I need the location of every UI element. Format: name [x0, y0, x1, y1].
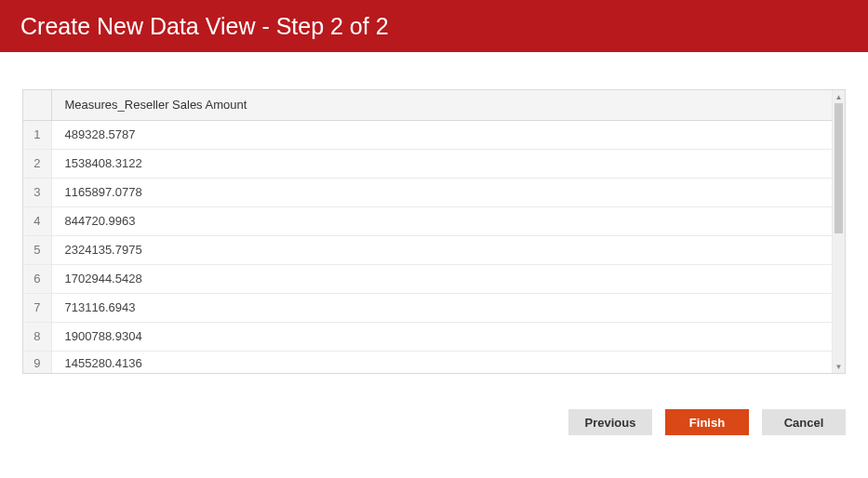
row-number: 6: [23, 264, 51, 293]
cell-value[interactable]: 1900788.9304: [51, 322, 832, 351]
table-row[interactable]: 5 2324135.7975: [23, 235, 832, 264]
cancel-button[interactable]: Cancel: [762, 409, 846, 435]
wizard-header: Create New Data View - Step 2 of 2: [0, 0, 868, 52]
scroll-up-arrow-icon[interactable]: ▲: [833, 90, 845, 103]
cell-value[interactable]: 1165897.0778: [51, 178, 832, 206]
grid-scroll-area: Measures_Reseller Sales Amount 1 489328.…: [23, 90, 832, 373]
cell-value[interactable]: 489328.5787: [51, 120, 832, 149]
data-table: Measures_Reseller Sales Amount 1 489328.…: [23, 90, 832, 373]
wizard-content: Measures_Reseller Sales Amount 1 489328.…: [0, 52, 868, 374]
table-header-row: Measures_Reseller Sales Amount: [23, 90, 832, 120]
table-row[interactable]: 7 713116.6943: [23, 293, 832, 322]
row-number: 3: [23, 178, 51, 206]
table-row[interactable]: 1 489328.5787: [23, 120, 832, 149]
previous-button[interactable]: Previous: [568, 409, 652, 435]
table-row[interactable]: 3 1165897.0778: [23, 178, 832, 206]
cell-value[interactable]: 844720.9963: [51, 206, 832, 235]
scrollbar-thumb[interactable]: [835, 103, 843, 233]
table-row[interactable]: 9 1455280.4136: [23, 351, 832, 373]
row-number: 9: [23, 351, 51, 373]
row-number: 1: [23, 120, 51, 149]
row-number: 4: [23, 206, 51, 235]
scrollbar-track[interactable]: [833, 103, 845, 360]
cell-value[interactable]: 1538408.3122: [51, 149, 832, 178]
table-row[interactable]: 6 1702944.5428: [23, 264, 832, 293]
table-row[interactable]: 8 1900788.9304: [23, 322, 832, 351]
finish-button[interactable]: Finish: [665, 409, 749, 435]
row-number: 5: [23, 235, 51, 264]
wizard-title: Create New Data View - Step 2 of 2: [20, 13, 389, 40]
scroll-down-arrow-icon[interactable]: ▼: [833, 360, 845, 373]
table-row[interactable]: 4 844720.9963: [23, 206, 832, 235]
row-number: 2: [23, 149, 51, 178]
table-row[interactable]: 2 1538408.3122: [23, 149, 832, 178]
column-header[interactable]: Measures_Reseller Sales Amount: [51, 90, 832, 120]
cell-value[interactable]: 2324135.7975: [51, 235, 832, 264]
rownum-header[interactable]: [23, 90, 51, 120]
cell-value[interactable]: 713116.6943: [51, 293, 832, 322]
cell-value[interactable]: 1455280.4136: [51, 351, 832, 373]
vertical-scrollbar[interactable]: ▲ ▼: [832, 90, 845, 373]
wizard-footer: Previous Finish Cancel: [0, 374, 868, 435]
row-number: 8: [23, 322, 51, 351]
row-number: 7: [23, 293, 51, 322]
cell-value[interactable]: 1702944.5428: [51, 264, 832, 293]
data-grid: Measures_Reseller Sales Amount 1 489328.…: [22, 89, 846, 374]
